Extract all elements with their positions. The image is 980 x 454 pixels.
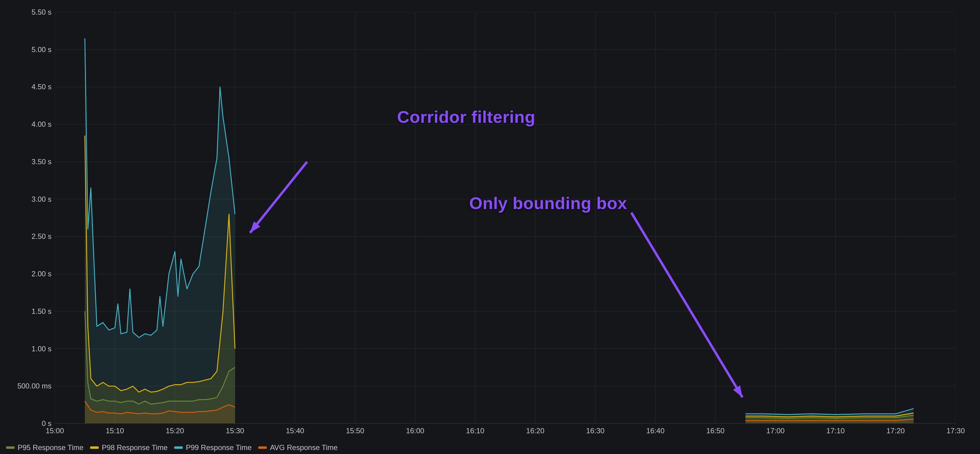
annotation-only-bounding-box: Only bounding box: [469, 193, 627, 213]
y-tick-label: 5.00 s: [32, 45, 51, 54]
x-tick-label: 16:50: [706, 427, 724, 435]
y-axis: 0 s500.00 ms1.00 s1.50 s2.00 s2.50 s3.00…: [6, 12, 53, 424]
x-tick-label: 15:10: [106, 427, 124, 435]
x-tick-label: 16:40: [646, 427, 665, 435]
y-tick-label: 3.00 s: [32, 195, 51, 204]
svg-line-29: [250, 162, 307, 233]
x-tick-label: 16:00: [406, 427, 424, 435]
legend-swatch-avg: [258, 446, 267, 449]
y-tick-label: 2.00 s: [32, 270, 51, 278]
legend-swatch-p95: [6, 446, 14, 449]
x-tick-label: 15:20: [165, 427, 184, 435]
series-line: [746, 409, 913, 415]
x-tick-label: 17:30: [947, 427, 965, 435]
y-tick-label: 500.00 ms: [18, 382, 51, 390]
y-tick-label: 2.50 s: [32, 232, 51, 241]
chart-panel: 0 s500.00 ms1.00 s1.50 s2.00 s2.50 s3.00…: [0, 0, 980, 454]
x-tick-label: 16:30: [586, 427, 605, 435]
legend: P95 Response Time P98 Response Time P99 …: [6, 441, 338, 454]
y-tick-label: 1.50 s: [32, 307, 51, 315]
svg-marker-32: [733, 386, 743, 397]
legend-item-p98[interactable]: P98 Response Time: [90, 443, 167, 452]
legend-label-avg: AVG Response Time: [270, 443, 337, 452]
legend-item-p99[interactable]: P99 Response Time: [174, 443, 251, 452]
svg-line-31: [631, 213, 743, 397]
x-tick-label: 15:00: [46, 427, 64, 435]
plot-svg: [55, 12, 956, 424]
x-axis: 15:0015:1015:2015:3015:4015:5016:0016:10…: [55, 424, 956, 439]
legend-label-p99: P99 Response Time: [186, 443, 251, 452]
x-tick-label: 15:30: [226, 427, 244, 435]
y-tick-label: 1.00 s: [32, 345, 51, 353]
x-tick-label: 15:50: [346, 427, 364, 435]
plot-area: 0 s500.00 ms1.00 s1.50 s2.00 s2.50 s3.00…: [6, 6, 968, 439]
x-tick-label: 17:10: [827, 427, 845, 435]
legend-label-p98: P98 Response Time: [102, 443, 167, 452]
plot[interactable]: Corridor filtering Only bounding box: [55, 12, 956, 424]
legend-item-avg[interactable]: AVG Response Time: [258, 443, 337, 452]
x-tick-label: 17:00: [766, 427, 784, 435]
annotation-corridor-filtering: Corridor filtering: [397, 107, 535, 127]
x-tick-label: 16:10: [466, 427, 484, 435]
x-tick-label: 15:40: [286, 427, 304, 435]
legend-label-p95: P95 Response Time: [18, 443, 83, 452]
y-tick-label: 3.50 s: [32, 158, 51, 166]
y-tick-label: 4.50 s: [32, 83, 51, 91]
x-tick-label: 17:20: [886, 427, 905, 435]
y-tick-label: 5.50 s: [32, 8, 51, 16]
legend-swatch-p99: [174, 446, 183, 449]
y-tick-label: 4.00 s: [32, 120, 51, 129]
legend-item-p95[interactable]: P95 Response Time: [6, 443, 83, 452]
legend-swatch-p98: [90, 446, 99, 449]
x-tick-label: 16:20: [526, 427, 544, 435]
